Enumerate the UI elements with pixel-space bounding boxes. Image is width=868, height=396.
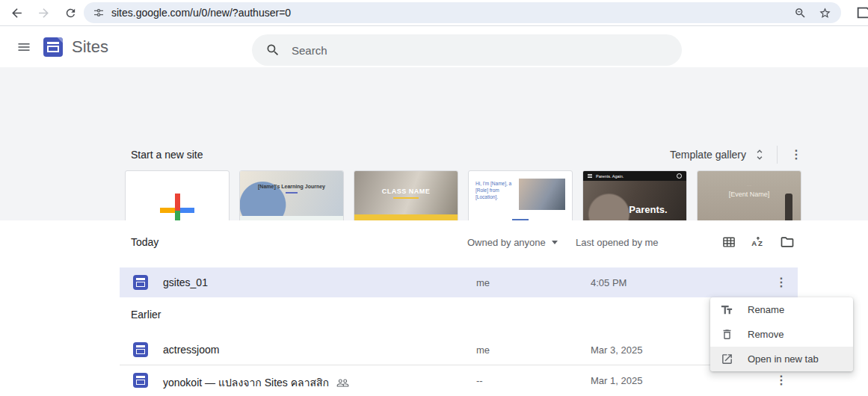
logo-glyph-bar	[47, 42, 59, 44]
sites-file-icon	[133, 275, 148, 290]
template-section: Start a new site Template gallery ⋮ Blan…	[0, 67, 868, 220]
thumbnail-headline: CLASS NAME	[382, 188, 431, 195]
side-panel-icon	[855, 4, 868, 21]
row-context-menu: Rename Remove Open in new tab	[710, 297, 853, 371]
rename-icon	[720, 303, 733, 317]
folder-icon	[780, 235, 795, 250]
sort-az-icon: AZ	[751, 235, 766, 250]
template-more-button[interactable]: ⋮	[787, 145, 806, 164]
placeholder-line: ·····	[698, 184, 801, 188]
site-owner: me	[476, 344, 490, 356]
sites-logo[interactable]	[43, 37, 63, 57]
sites-file-icon	[133, 373, 148, 388]
star-icon	[819, 7, 831, 19]
mini-search-icon	[677, 173, 682, 179]
owner-filter-label: Owned by anyone	[467, 237, 546, 248]
site-row-gsites-01[interactable]: gsites_01 me 4:05 PM ⋮	[120, 267, 798, 297]
site-info-icon[interactable]	[93, 7, 105, 19]
template-gallery-controls: Template gallery ⋮	[670, 145, 806, 164]
sort-alphabetical-button[interactable]: AZ	[750, 234, 766, 250]
app-header: Sites	[0, 26, 868, 67]
list-header: Today Owned by anyone Last opened by me …	[120, 234, 798, 252]
owner-filter-dropdown[interactable]: Owned by anyone	[467, 237, 558, 248]
more-vertical-icon: ⋮	[790, 149, 802, 161]
last-opened-sort[interactable]: Last opened by me	[576, 237, 659, 248]
start-new-site-title: Start a new site	[131, 149, 203, 161]
mini-hamburger-icon	[588, 174, 592, 178]
svg-text:A: A	[751, 239, 757, 247]
row-more-button[interactable]: ⋮	[772, 273, 790, 291]
site-owner: --	[476, 375, 483, 386]
address-bar[interactable]: sites.google.com/u/0/new/?authuser=0	[84, 2, 841, 23]
grid-view-icon	[721, 235, 736, 250]
folder-button[interactable]	[779, 234, 795, 250]
shared-people-icon	[336, 377, 349, 389]
zoom-button[interactable]	[791, 4, 809, 22]
back-button[interactable]	[6, 2, 27, 23]
site-rows: gsites_01 me 4:05 PM ⋮ Earlier actressjo…	[120, 267, 798, 395]
row-more-button[interactable]: ⋮	[772, 371, 790, 389]
menu-item-label: Rename	[748, 304, 784, 315]
thumbnail-nav-title: Parents. Again.	[596, 174, 673, 179]
site-last-opened: 4:05 PM	[591, 277, 627, 288]
headline-underline	[286, 192, 298, 194]
svg-text:Z: Z	[758, 239, 763, 247]
forward-icon	[37, 6, 51, 20]
thumbnail-figure	[785, 194, 792, 220]
more-vertical-icon: ⋮	[775, 374, 787, 386]
google-sites-home: sites.google.com/u/0/new/?authuser=0 Sit…	[0, 0, 868, 396]
menu-item-rename[interactable]: Rename	[710, 297, 853, 322]
site-title: yonokoit — แปลงจาก Sites คลาสสิก	[163, 374, 329, 391]
zoom-out-icon	[794, 7, 807, 19]
thumbnail-headline-line1: Parents.	[616, 202, 680, 217]
side-panel-button[interactable]	[855, 4, 868, 21]
earlier-heading: Earlier	[120, 308, 798, 321]
search-bar[interactable]	[252, 34, 682, 66]
thumbnail-headline: Hi, I'm [Name], a [Role] from [Location]…	[475, 181, 516, 200]
site-row-yonokoit[interactable]: yonokoit — แปลงจาก Sites คลาสสิก -- Mar …	[120, 365, 798, 395]
site-title: gsites_01	[163, 276, 208, 288]
bookmark-button[interactable]	[816, 4, 834, 22]
search-input[interactable]	[290, 43, 668, 58]
delete-icon	[720, 328, 733, 341]
divider	[777, 146, 778, 164]
browser-nav	[0, 2, 81, 23]
dropdown-arrow-icon	[552, 241, 558, 244]
sites-file-icon	[133, 342, 148, 357]
browser-chrome: sites.google.com/u/0/new/?authuser=0	[0, 0, 868, 26]
template-gallery-button[interactable]: Template gallery	[670, 149, 746, 161]
url-text: sites.google.com/u/0/new/?authuser=0	[111, 7, 291, 19]
hamburger-menu-icon	[16, 40, 31, 55]
menu-item-open-in-new-tab[interactable]: Open in new tab	[710, 347, 853, 371]
main-menu-button[interactable]	[9, 32, 39, 62]
menu-item-label: Open in new tab	[748, 353, 819, 365]
app-title: Sites	[72, 37, 108, 57]
refresh-button[interactable]	[60, 2, 81, 23]
site-owner: me	[476, 277, 490, 288]
grid-view-button[interactable]	[721, 234, 737, 250]
open-in-new-icon	[720, 353, 733, 366]
site-last-opened: Mar 1, 2025	[591, 375, 642, 386]
site-title: actressjoom	[163, 344, 219, 356]
logo-glyph-box	[47, 46, 59, 52]
site-last-opened: Mar 3, 2025	[591, 344, 642, 356]
menu-item-remove[interactable]: Remove	[710, 322, 853, 347]
forward-button[interactable]	[33, 2, 54, 23]
more-vertical-icon: ⋮	[775, 276, 787, 288]
today-heading: Today	[131, 236, 158, 248]
headline-underline	[393, 197, 419, 199]
thumbnail-photo	[519, 179, 565, 210]
menu-item-label: Remove	[748, 329, 784, 340]
back-icon	[10, 6, 24, 20]
thumbnail-headline: [Name]'s Learning Journey	[258, 184, 325, 189]
search-icon	[265, 43, 280, 58]
unfold-icon[interactable]	[753, 148, 766, 161]
site-row-actressjoom[interactable]: actressjoom me Mar 3, 2025 ⋮	[120, 335, 798, 365]
refresh-icon	[64, 7, 77, 19]
